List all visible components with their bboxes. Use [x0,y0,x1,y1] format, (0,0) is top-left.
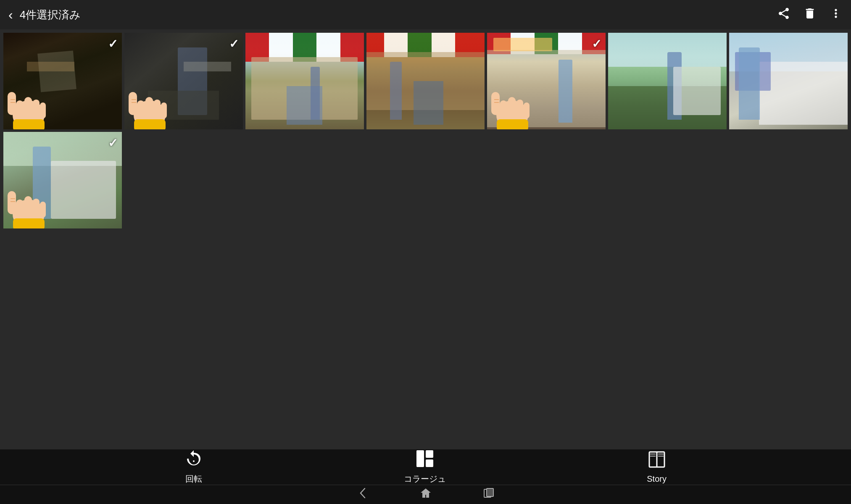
checkmark-1: ✓ [108,37,118,51]
photo-cell-7[interactable] [729,33,848,129]
checkmark-8: ✓ [108,136,118,150]
rotate-label: 回転 [185,473,202,485]
nav-bar [0,485,851,504]
tool-buttons: 回転 コラージュ [0,449,851,485]
selection-title: 4件選択済み [20,8,777,22]
svg-point-36 [193,460,195,462]
svg-rect-44 [658,454,664,454]
collage-button[interactable]: コラージュ [404,449,446,485]
photo-cell-4[interactable] [366,33,485,129]
photo-cell-5[interactable]: ✓ [487,33,606,129]
collage-label: コラージュ [404,473,446,485]
story-icon [648,450,666,472]
checkmark-2: ✓ [229,37,239,51]
photo-cell-3[interactable] [245,33,364,129]
nav-recent-icon[interactable] [482,487,495,502]
delete-icon[interactable] [803,7,817,23]
svg-rect-39 [426,459,433,467]
more-icon[interactable] [829,7,843,23]
photo-grid: ✓ [3,33,848,228]
svg-rect-38 [426,450,433,458]
nav-home-icon[interactable] [419,487,432,502]
share-icon[interactable] [777,7,790,23]
svg-rect-37 [416,450,424,467]
photo-cell-8[interactable]: ✓ [3,132,122,228]
photo-cell-2[interactable]: ✓ [124,33,243,129]
svg-rect-42 [650,454,656,454]
photo-area: ✓ [0,29,851,449]
rotate-button[interactable]: 回転 [184,449,203,485]
photo-cell-1[interactable]: ✓ [3,33,122,129]
svg-rect-45 [658,456,664,457]
nav-back-icon[interactable] [356,487,369,502]
checkmark-5: ✓ [592,37,601,51]
photo-cell-6[interactable] [608,33,727,129]
bottom-toolbar: 回転 コラージュ [0,449,851,504]
svg-rect-47 [487,488,493,496]
story-button[interactable]: Story [647,450,667,484]
svg-rect-43 [650,456,656,457]
back-button[interactable]: ‹ [8,8,13,21]
story-label: Story [647,474,667,484]
top-actions [777,7,843,23]
top-bar: ‹ 4件選択済み [0,0,851,29]
rotate-icon [184,449,203,471]
collage-icon [416,449,434,471]
